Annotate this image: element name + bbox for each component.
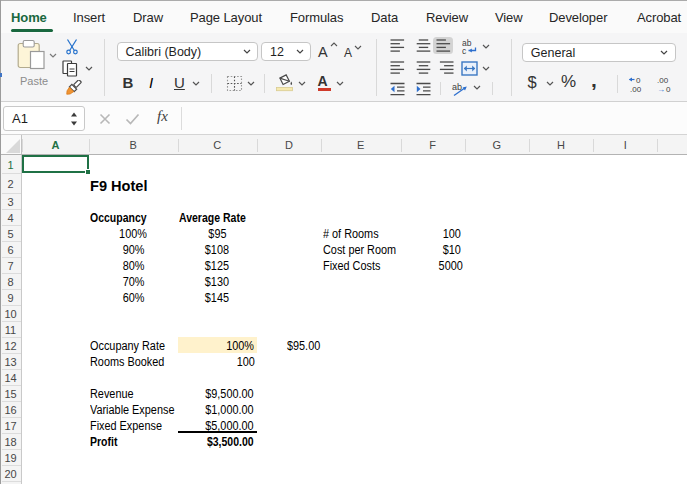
svg-text:.00: .00 <box>657 76 669 85</box>
svg-text:0: 0 <box>636 76 641 85</box>
svg-text:.00: .00 <box>630 85 642 93</box>
svg-text:0: 0 <box>666 85 671 93</box>
svg-text:→: → <box>657 85 665 93</box>
